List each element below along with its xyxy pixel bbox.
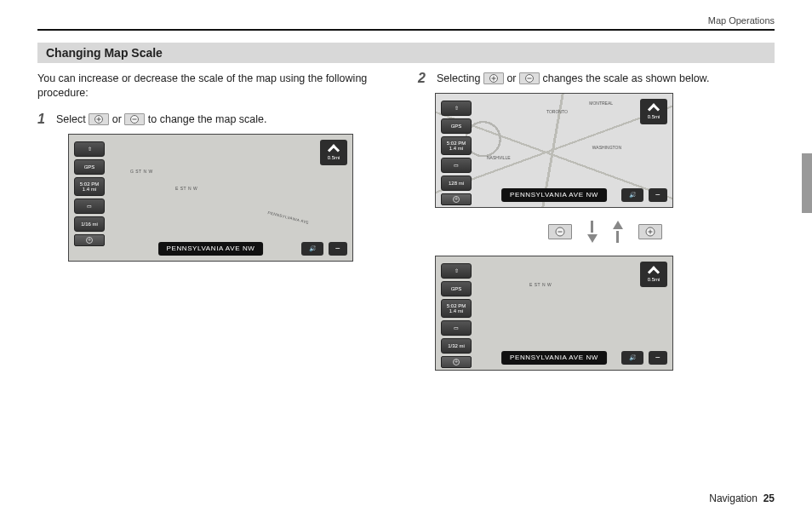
voice-guidance-button[interactable]: 🔊 <box>301 242 323 256</box>
map-city-label: WASHINGTON <box>592 145 621 150</box>
map-sidebar: ⇧ GPS 5:02 PM1.4 mi ▭ 1/32 mi <box>441 263 472 368</box>
sidebar-gps-button[interactable]: GPS <box>441 118 472 134</box>
sidebar-scale-button[interactable]: 128 mi <box>441 176 472 191</box>
map-screenshot-far: ⇧ GPS 5:02 PM1.4 mi ▭ 128 mi 0.5mi TORON… <box>435 93 673 208</box>
map-screenshot-close: ⇧ GPS 5:02 PM1.4 mi ▭ 1/16 mi 0.5mi G ST… <box>68 134 353 262</box>
sidebar-poi-button[interactable]: ▭ <box>74 199 105 214</box>
sidebar-scale-button[interactable]: 1/32 mi <box>441 338 472 354</box>
sidebar-info-button[interactable]: 5:02 PM1.4 mi <box>441 299 472 318</box>
page-footer: Navigation 25 <box>709 492 775 504</box>
current-street-bar: PENNSYLVANIA AVE NW <box>158 242 264 256</box>
map-sidebar: ⇧ GPS 5:02 PM1.4 mi ▭ 1/16 mi <box>74 141 105 246</box>
sidebar-info-button[interactable]: 5:02 PM1.4 mi <box>74 177 105 196</box>
map-screenshot-closest: ⇧ GPS 5:02 PM1.4 mi ▭ 1/32 mi 0.5mi E ST… <box>435 256 673 371</box>
step-text: Select or to change the map scale. <box>56 112 266 127</box>
sidebar-compass-icon[interactable]: ⇧ <box>74 141 105 157</box>
sidebar-zoom-in-button[interactable] <box>441 356 472 368</box>
sidebar-compass-icon[interactable]: ⇧ <box>441 101 472 116</box>
sidebar-zoom-in-button[interactable] <box>441 193 472 205</box>
zoom-in-icon <box>483 72 504 84</box>
scale-transition-arrows <box>435 216 775 247</box>
current-street-bar: PENNSYLVANIA AVE NW <box>501 188 607 202</box>
section-title: Changing Map Scale <box>37 43 775 63</box>
sidebar-scale-button[interactable]: 1/16 mi <box>74 216 105 232</box>
step-2: 2 Selecting or changes the scale as show… <box>418 72 775 86</box>
map-city-label: NASHVILLE <box>487 155 511 160</box>
next-turn-box[interactable]: 0.5mi <box>640 262 667 287</box>
sidebar-poi-button[interactable]: ▭ <box>441 320 472 336</box>
zoom-in-icon <box>638 224 662 239</box>
header-breadcrumb: Map Operations <box>37 15 775 26</box>
sidebar-info-button[interactable]: 5:02 PM1.4 mi <box>441 136 472 155</box>
intro-text: You can increase or decrease the scale o… <box>37 72 394 101</box>
map-label: PENNSYLVANIA AVE <box>267 210 309 225</box>
map-city-label: MONTREAL <box>589 101 613 106</box>
step-text: Selecting or changes the scale as shown … <box>437 72 709 86</box>
zoom-in-icon <box>89 113 109 125</box>
footer-page-number: 25 <box>763 492 775 504</box>
map-sidebar: ⇧ GPS 5:02 PM1.4 mi ▭ 128 mi <box>441 101 472 205</box>
footer-section: Navigation <box>709 492 758 504</box>
step-number: 2 <box>418 72 430 85</box>
map-label: G ST N W <box>130 169 153 174</box>
map-city-label: TORONTO <box>546 109 568 114</box>
map-label: E ST N W <box>175 186 197 191</box>
sidebar-zoom-in-button[interactable] <box>74 234 105 246</box>
map-label: E ST N W <box>529 282 552 287</box>
zoom-out-icon <box>519 72 540 84</box>
header-rule <box>37 29 775 31</box>
zoom-out-button[interactable]: − <box>649 351 667 365</box>
voice-guidance-button[interactable]: 🔊 <box>621 188 643 202</box>
current-street-bar: PENNSYLVANIA AVE NW <box>501 351 607 365</box>
zoom-out-button[interactable]: − <box>329 242 347 256</box>
sidebar-gps-button[interactable]: GPS <box>441 281 472 296</box>
step-number: 1 <box>37 112 49 126</box>
voice-guidance-button[interactable]: 🔊 <box>621 351 643 365</box>
column-right: 2 Selecting or changes the scale as show… <box>418 72 775 371</box>
column-left: You can increase or decrease the scale o… <box>37 72 394 371</box>
next-turn-box[interactable]: 0.5mi <box>640 99 667 124</box>
sidebar-gps-button[interactable]: GPS <box>74 159 105 175</box>
zoom-out-icon <box>548 224 572 239</box>
next-turn-box[interactable]: 0.5mi <box>320 140 347 165</box>
zoom-out-icon <box>124 113 145 125</box>
step-1: 1 Select or to change the map scale. <box>37 112 394 127</box>
arrow-up-icon <box>613 221 623 243</box>
thumb-tab <box>802 153 812 213</box>
sidebar-compass-icon[interactable]: ⇧ <box>441 263 472 279</box>
arrow-down-icon <box>587 221 598 243</box>
sidebar-poi-button[interactable]: ▭ <box>441 158 472 173</box>
zoom-out-button[interactable]: − <box>649 188 667 202</box>
